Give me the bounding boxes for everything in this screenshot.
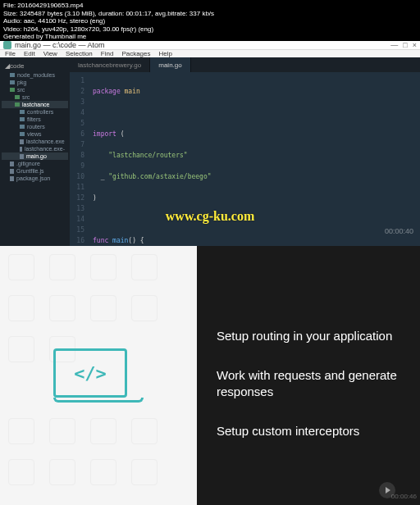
maximize-button[interactable]: □ <box>403 41 407 49</box>
tab-active[interactable]: main.go <box>150 57 190 72</box>
tree-item[interactable]: src <box>2 93 68 101</box>
tree-item[interactable]: Gruntfile.js <box>2 167 68 175</box>
tree-item[interactable]: main.go <box>2 152 68 160</box>
menubar: File Edit View Selection Find Packages H… <box>0 50 420 57</box>
menu-packages[interactable]: Packages <box>121 50 150 57</box>
minimize-button[interactable]: — <box>390 41 398 49</box>
tree-item[interactable]: lastchance <box>2 101 68 108</box>
editor-tabs: lastchancebrewery.go main.go <box>70 57 420 72</box>
tree-item[interactable]: pkg <box>2 79 68 86</box>
tree-item[interactable]: filters <box>2 116 68 123</box>
tree-item[interactable]: package.json <box>2 175 68 182</box>
close-button[interactable]: × <box>413 41 417 49</box>
video-metadata: File: 20160429190653.mp4 Size: 3245487 b… <box>0 0 217 43</box>
laptop-icon: </> <box>53 348 144 403</box>
window-controls: — □ × <box>390 41 417 49</box>
tree-item[interactable]: lastchance.exe- <box>2 145 68 152</box>
tree-item[interactable]: .gitignore <box>2 160 68 167</box>
slide-bullet-1: Setup routing in your application <box>217 328 404 344</box>
watermark-text: www.cg-ku.com <box>166 209 254 224</box>
project-root[interactable]: ◢ code <box>2 61 68 71</box>
tree-item[interactable]: lastchance.exe <box>2 138 68 145</box>
menu-file[interactable]: File <box>5 50 16 57</box>
tree-item[interactable]: controllers <box>2 108 68 116</box>
menu-find[interactable]: Find <box>101 50 114 57</box>
play-icon <box>386 487 390 494</box>
slide-right-panel: Setup routing in your application Work w… <box>197 246 420 505</box>
video-timestamp-top: 00:00:40 <box>385 227 413 235</box>
menu-edit[interactable]: Edit <box>24 50 35 57</box>
slide-bullet-3: Setup custom interceptors <box>217 423 404 439</box>
menu-selection[interactable]: Selection <box>66 50 93 57</box>
menu-view[interactable]: View <box>43 50 57 57</box>
slide-bullet-2: Work with requests and generate response… <box>217 367 404 401</box>
tree-item[interactable]: src <box>2 86 68 93</box>
menu-help[interactable]: Help <box>159 50 172 57</box>
video-timestamp-bottom: 00:00:46 <box>391 493 417 500</box>
code-symbol-icon: </> <box>74 363 107 384</box>
tree-item[interactable]: views <box>2 130 68 138</box>
tree-item[interactable]: routers <box>2 123 68 130</box>
tree-item[interactable]: node_modules <box>2 71 68 79</box>
slide-left-panel: </> <box>0 246 197 505</box>
tab[interactable]: lastchancebrewery.go <box>70 57 150 72</box>
